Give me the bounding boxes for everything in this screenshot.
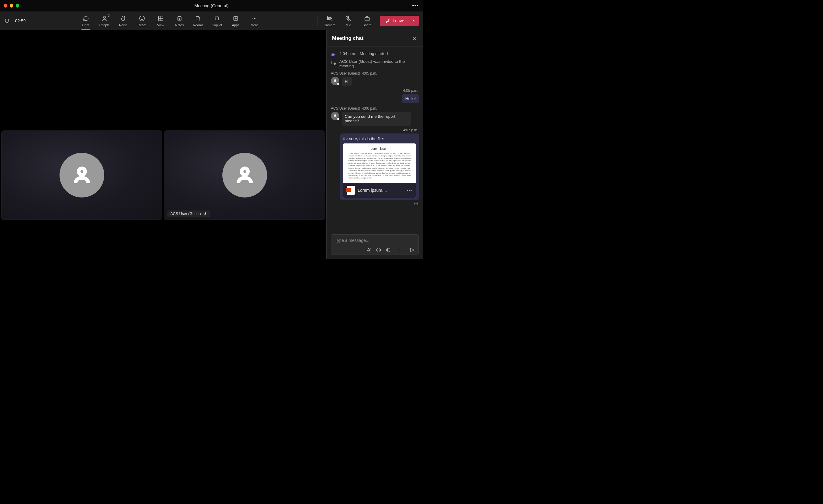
system-message: ACS User (Guest) was invited to the meet…: [331, 59, 419, 68]
loop-button[interactable]: [385, 247, 391, 253]
read-receipt: [331, 201, 418, 206]
participant-tile-guest[interactable]: ACS User (Guest): [164, 131, 325, 220]
chat-message-list[interactable]: 4:04 p.m. Meeting started ACS User (Gues…: [327, 46, 423, 231]
rooms-label: Rooms: [193, 23, 204, 27]
system-text: Meeting started: [360, 51, 388, 56]
more-tab[interactable]: More: [245, 12, 263, 29]
chat-panel-title: Meeting chat: [332, 35, 363, 41]
view-tab[interactable]: View: [152, 12, 169, 29]
avatar: [331, 112, 339, 120]
window-close-button[interactable]: [4, 4, 7, 8]
svg-point-23: [386, 248, 390, 252]
chat-message-incoming[interactable]: Can you send me the report please?: [342, 112, 411, 125]
person-add-icon: [331, 60, 336, 65]
message-time: 4:05 p.m.: [362, 71, 377, 75]
notes-label: Notes: [175, 23, 184, 27]
svg-point-14: [241, 169, 248, 175]
share-icon: [364, 15, 370, 22]
file-more-button[interactable]: •••: [407, 188, 412, 193]
message-time: 4:06 p.m.: [362, 106, 377, 110]
compose-box[interactable]: [331, 234, 419, 255]
powerpoint-file-icon: [347, 186, 355, 195]
window-zoom-button[interactable]: [16, 4, 19, 8]
share-button[interactable]: Share: [358, 12, 376, 29]
copilot-tab[interactable]: Copilot: [208, 12, 226, 29]
avatar: [331, 77, 339, 85]
shield-icon[interactable]: [4, 18, 10, 24]
people-tab[interactable]: 2 People: [96, 12, 113, 29]
compose-divider: [405, 248, 405, 252]
file-attachment[interactable]: Lorem ipsum Lorem ipsum dolor sit amet, …: [343, 144, 416, 198]
svg-point-6: [254, 18, 255, 19]
camera-label: Camera: [324, 23, 335, 27]
svg-point-1: [140, 16, 145, 21]
close-chat-button[interactable]: [412, 35, 418, 41]
file-preview: Lorem ipsum Lorem ipsum dolor sit amet, …: [343, 144, 416, 183]
toolbar: 02:59 Chat 2 People Raise React View Not…: [0, 11, 423, 30]
people-count-badge: 2: [108, 14, 110, 17]
window-title: Meeting (General): [195, 3, 229, 8]
raise-label: Raise: [119, 23, 128, 27]
format-button[interactable]: [366, 247, 372, 253]
camera-button[interactable]: Camera: [321, 12, 338, 29]
chevron-down-icon: [413, 19, 416, 23]
react-tab[interactable]: React: [133, 12, 151, 29]
message-text: for sure, this is the file:: [343, 137, 416, 141]
titlebar: Meeting (General) •••: [0, 0, 423, 11]
leave-options-button[interactable]: [409, 16, 419, 26]
raise-tab[interactable]: Raise: [115, 12, 132, 29]
chat-label: Chat: [82, 23, 89, 27]
presence-indicator: [337, 117, 340, 120]
meeting-timer: 02:59: [15, 18, 26, 23]
chat-tab[interactable]: Chat: [77, 12, 95, 29]
attach-button[interactable]: [395, 247, 400, 253]
message-author: ACS User (Guest): [331, 106, 360, 110]
svg-point-0: [103, 16, 106, 18]
file-preview-title: Lorem ipsum: [348, 147, 411, 151]
leave-label: Leave: [393, 18, 404, 23]
apps-icon: [233, 15, 239, 22]
message-time: 4:05 p.m.: [331, 88, 418, 93]
message-author: ACS User (Guest): [331, 71, 360, 75]
chat-message-outgoing[interactable]: for sure, this is the file: Lorem ipsum …: [340, 134, 419, 200]
svg-rect-16: [331, 53, 334, 56]
leave-button[interactable]: Leave: [380, 16, 409, 26]
avatar-placeholder: [222, 153, 267, 198]
system-time: 4:04 p.m.: [339, 51, 356, 56]
svg-point-19: [334, 79, 336, 81]
raise-hand-icon: [120, 15, 127, 22]
notes-tab[interactable]: Notes: [171, 12, 188, 29]
more-icon: [252, 15, 258, 22]
file-name: Lorem ipsum....: [358, 188, 404, 193]
traffic-lights: [4, 4, 19, 8]
chat-message-outgoing[interactable]: Hello!: [402, 94, 419, 103]
view-icon: [158, 15, 164, 22]
svg-point-20: [334, 114, 336, 116]
presence-indicator: [337, 82, 340, 85]
title-more-button[interactable]: •••: [412, 3, 419, 9]
rooms-tab[interactable]: Rooms: [189, 12, 207, 29]
svg-point-13: [78, 169, 85, 175]
emoji-button[interactable]: [376, 247, 381, 253]
video-icon: [331, 52, 336, 57]
send-button[interactable]: [409, 247, 415, 253]
react-label: React: [138, 23, 147, 27]
window-minimize-button[interactable]: [10, 4, 13, 8]
people-label: People: [100, 23, 110, 27]
react-icon: [139, 15, 145, 22]
message-input[interactable]: [335, 238, 415, 243]
apps-label: Apps: [232, 23, 239, 27]
participant-name-pill: ACS User (Guest): [167, 211, 210, 217]
people-icon: [101, 15, 108, 22]
toolbar-divider: [318, 16, 318, 26]
chat-message-incoming[interactable]: Hi: [342, 77, 352, 86]
mic-button[interactable]: Mic: [340, 12, 357, 29]
participant-tile-self[interactable]: [1, 131, 162, 220]
system-text: ACS User (Guest) was invited to the meet…: [339, 59, 419, 68]
system-message: 4:04 p.m. Meeting started: [331, 51, 419, 57]
apps-tab[interactable]: Apps: [227, 12, 244, 29]
mic-label: Mic: [346, 23, 351, 27]
mic-muted-icon: [203, 212, 207, 216]
file-preview-body: Lorem ipsum dolor sit amet, consectetur …: [348, 152, 411, 179]
hangup-icon: [385, 18, 390, 24]
